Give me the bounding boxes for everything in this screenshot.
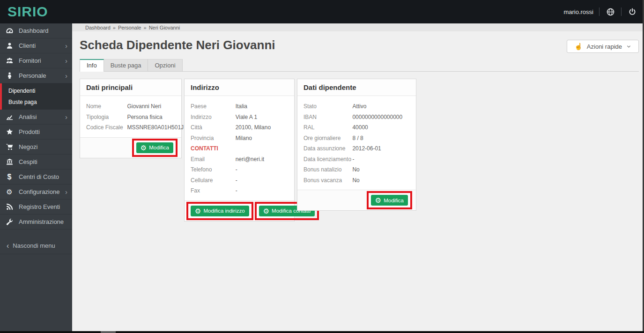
field-label: Cellulare (191, 175, 236, 186)
sidebar-item-label: Registro Eventi (19, 203, 60, 210)
field-label: Tipologia (86, 112, 127, 123)
field-label: RAL (303, 122, 352, 133)
field-value: neri@neri.it (236, 154, 265, 165)
panel-title: Dati principali (80, 79, 181, 96)
field-label: Codice Fiscale (86, 122, 127, 133)
cart-icon (5, 143, 14, 150)
field-value: Attivo (352, 101, 366, 112)
gear-icon: ⚙ (375, 197, 381, 204)
users-icon (5, 57, 14, 64)
sidebar-item-label: Fornitori (19, 57, 41, 64)
gear-icon: ⚙ (263, 207, 269, 215)
sidebar-item-centri-di-costo[interactable]: $Centri di Costo (0, 170, 72, 185)
dati-principali-modifica-button[interactable]: ⚙Modifica (136, 142, 173, 153)
tab-opzioni[interactable]: Opzioni (148, 59, 182, 71)
divider (621, 7, 622, 16)
sidebar-item-amministrazione[interactable]: Amministrazione (0, 215, 72, 229)
globe-icon[interactable] (605, 7, 615, 17)
field-label: Paese (191, 101, 236, 112)
chevron-down-icon (626, 44, 631, 49)
field-row: PaeseItalia (191, 101, 288, 112)
dati-dipendente-modifica-button[interactable]: ⚙Modifica (371, 195, 408, 206)
breadcrumb: Dashboard»Personale»Neri Giovanni (72, 23, 643, 31)
annotation-box: ⚙Modifica indirizzo (186, 202, 253, 220)
field-value: 2012-06-01 (352, 143, 381, 154)
horizontal-scrollbar-thumb[interactable] (101, 331, 116, 333)
breadcrumb-dashboard[interactable]: Dashboard (85, 25, 111, 30)
sidebar-item-registro-eventi[interactable]: Registro Eventi (0, 200, 72, 215)
tab-info[interactable]: Info (80, 59, 104, 72)
field-row: IndirizzoViale A 1 (191, 112, 288, 123)
field-value: No (352, 175, 359, 186)
panel-footer: ⚙Modifica (297, 190, 416, 210)
sidebar-item-cespiti[interactable]: Cespiti (0, 155, 72, 170)
indirizzo-modifica-indirizzo-button[interactable]: ⚙Modifica indirizzo (191, 206, 249, 216)
collapse-menu-button[interactable]: ‹ Nascondi menu (0, 237, 72, 254)
field-row: Codice FiscaleMSSNRE80A01H501J (86, 122, 175, 133)
sidebar-item-label: Negozi (19, 143, 37, 150)
breadcrumb-neri-giovanni: Neri Giovanni (149, 25, 180, 30)
panel-title: Indirizzo (185, 79, 294, 96)
field-row: Data licenziamento- (303, 154, 410, 165)
field-label: Città (191, 122, 236, 133)
window-bottom-border (0, 331, 644, 333)
sidebar-item-personale[interactable]: Personale› (0, 68, 72, 83)
quick-actions-button[interactable]: ☝ Azioni rapide (567, 40, 639, 53)
gear-icon: ⚙ (5, 188, 14, 196)
field-row: StatoAttivo (303, 101, 410, 112)
field-row: Data assunzione2012-06-01 (303, 143, 410, 154)
button-label: Modifica (149, 145, 169, 150)
sidebar-item-analisi[interactable]: Analisi› (0, 110, 72, 125)
field-label: Ore giornaliere (303, 133, 352, 144)
field-label: Telefono (191, 164, 236, 175)
sidebar-item-prodotti[interactable]: Prodotti (0, 125, 72, 140)
power-icon[interactable] (627, 7, 637, 17)
panel-dati-dipendente: Dati dipendenteStatoAttivoIBAN0000000000… (297, 79, 416, 211)
dashboard-icon (5, 27, 14, 34)
username: mario.rossi (563, 8, 593, 15)
chevron-left-icon: ‹ (7, 242, 9, 250)
breadcrumb-personale[interactable]: Personale (118, 25, 141, 30)
rss-icon (5, 203, 14, 210)
panel-body: PaeseItaliaIndirizzoViale A 1Città20100,… (185, 96, 294, 200)
section-label-contatti: CONTATTI (191, 143, 288, 154)
field-value: MSSNRE80A01H501J (127, 122, 184, 133)
annotation-box: ⚙Modifica (367, 191, 412, 209)
sidebar-item-label: Personale (19, 72, 46, 79)
app-logo: SIRIO (0, 0, 72, 23)
field-label: Data licenziamento (303, 154, 352, 165)
breadcrumb-separator: » (113, 25, 116, 30)
submenu-item-buste-paga[interactable]: Buste paga (2, 96, 72, 108)
chevron-right-icon: › (65, 113, 67, 120)
wrench-icon (5, 218, 14, 225)
submenu-item-dipendenti[interactable]: Dipendenti (2, 85, 72, 96)
field-value: Milano (236, 133, 252, 144)
tab-buste-paga[interactable]: Buste paga (104, 59, 148, 71)
field-value: Italia (236, 101, 247, 112)
sidebar-item-configurazione[interactable]: ⚙Configurazione› (0, 185, 72, 200)
divider (599, 7, 600, 16)
field-row: RAL40000 (303, 122, 410, 133)
sidebar-item-dashboard[interactable]: Dashboard (0, 23, 72, 38)
field-value: - (236, 185, 237, 196)
dollar-icon: $ (5, 173, 14, 181)
chevron-right-icon: › (65, 72, 67, 79)
sidebar-item-clienti[interactable]: Clienti› (0, 38, 72, 53)
field-value: No (352, 164, 359, 175)
page-title: Scheda Dipendente Neri Giovanni (80, 38, 275, 52)
sidebar-item-fornitori[interactable]: Fornitori› (0, 53, 72, 68)
sidebar: DashboardClienti›Fornitori›Personale›Dip… (0, 23, 72, 331)
field-label: Indirizzo (191, 112, 236, 123)
field-value: 8 / 8 (352, 133, 363, 144)
field-row: Cellulare- (191, 175, 288, 186)
button-label: Modifica (384, 198, 404, 203)
sidebar-item-label: Clienti (19, 42, 36, 49)
annotation-box: ⚙Modifica (132, 139, 178, 157)
topbar-user-area: mario.rossi (563, 7, 644, 17)
sidebar-item-label: Configurazione (19, 188, 59, 195)
sidebar-item-label: Analisi (19, 113, 37, 120)
sidebar-item-negozi[interactable]: Negozi (0, 140, 72, 155)
field-row: Ore giornaliere8 / 8 (303, 133, 410, 144)
field-row: Città20100, Milano (191, 122, 288, 133)
field-label: Provincia (191, 133, 236, 144)
